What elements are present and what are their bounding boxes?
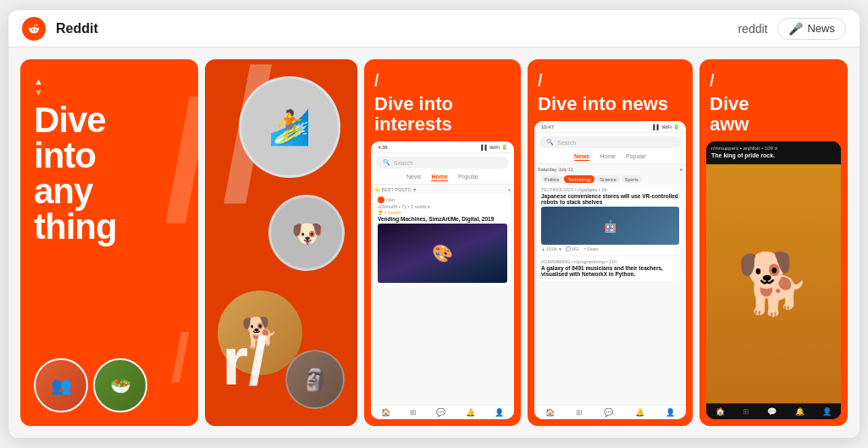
aww-username: r/mrsuppers • anjhfotr • 109 d — [711, 146, 836, 151]
post-awards: 🏆 4 Awards — [378, 210, 507, 215]
news-search-bar[interactable]: 🔍 Search — [539, 136, 681, 148]
post-image: 🎨 — [378, 224, 507, 283]
news-search-icon: 🔍 — [546, 139, 554, 146]
news-home-nav-icon[interactable]: 🏠 — [545, 408, 555, 417]
app-title: Reddit — [56, 21, 98, 36]
interests-status-bar: 4:38 ▌▌ WiFi 🔋 — [371, 141, 514, 153]
science-tag[interactable]: Science — [596, 175, 620, 183]
interests-search-icon: 🔍 — [383, 159, 390, 166]
chat-nav-icon[interactable]: 💬 — [436, 408, 445, 417]
article1-image: 🤖 — [541, 207, 679, 245]
post-author-meta: u/Simu88 • 7y • 1 reddit.it — [378, 204, 507, 209]
article1-title: Japanese convenience stores will use VR-… — [541, 193, 679, 205]
article1-stats: ▲ 19.0k ▼ 💬 662 ↗ Share — [541, 246, 679, 252]
interests-tab-popular[interactable]: Popular — [458, 174, 478, 181]
aww-phone-mockup: r/mrsuppers • anjhfotr • 109 d The king … — [706, 141, 841, 419]
politics-tag[interactable]: Politics — [541, 175, 562, 183]
news-date: Saturday, July 11≡ — [538, 167, 683, 172]
news-article-2: r/GRAMMING • r/programming • 11h A galax… — [538, 257, 683, 281]
reddit-text: reddit — [738, 22, 767, 36]
news-signal-icons: ▌▌ WiFi 🔋 — [653, 124, 679, 130]
interests-header: / Dive into interests — [364, 59, 521, 141]
card-news: / Dive into news 10:47 ▌▌ WiFi 🔋 🔍 Searc… — [528, 59, 693, 426]
news-phone-mockup: 10:47 ▌▌ WiFi 🔋 🔍 Search News Home Popul… — [534, 121, 686, 419]
aww-post-title: The king of pride rock. — [711, 152, 836, 158]
news-header: / Dive into news — [528, 59, 693, 121]
food-circle-image: 🥗 — [93, 358, 147, 412]
article2-meta: r/GRAMMING • r/programming • 11h — [541, 259, 679, 264]
article1-meta: TECHNOLOGY • r/gadgets • 2d — [541, 187, 679, 192]
aww-bottom-nav: 🏠 ⊞ 💬 🔔 👤 — [706, 403, 841, 419]
sports-tag[interactable]: Sports — [622, 175, 642, 183]
news-title: Dive into news — [538, 94, 683, 114]
article1-comments: 💬 662 — [566, 246, 579, 252]
bell-nav-icon[interactable]: 🔔 — [466, 408, 475, 417]
news-article-1: TECHNOLOGY • r/gadgets • 2d Japanese con… — [538, 185, 683, 254]
arrow-up-icon: ▲ — [34, 76, 43, 86]
news-tabs: News Home Popular — [534, 152, 686, 164]
interests-bottom-nav: 🏠 ⊞ 💬 🔔 👤 — [371, 405, 514, 419]
person-circle-image: 🏄 — [239, 76, 340, 178]
article1-votes: ▲ 19.0k ▼ — [541, 246, 562, 252]
post-title: Vending Machines, SimzArt/Me, Digital, 2… — [378, 216, 507, 222]
interests-search-text: Search — [394, 160, 412, 166]
r-slash-text: r/ — [222, 323, 267, 401]
aww-bell-icon[interactable]: 🔔 — [795, 407, 804, 416]
card-slash-r: / 🏄 🐶 🐕 r/ 🗿 — [205, 59, 357, 426]
news-slash-icon: / — [538, 71, 683, 91]
news-badge-label: News — [807, 22, 835, 35]
interests-content: ⭐ BEST POSTS ▼ ≡ r/Art u/Simu88 • 7y • 1… — [371, 185, 514, 405]
browser-window: Reddit reddit 🎤 News ▲ ▼ Diveintoanythin… — [8, 10, 860, 438]
interests-tabs: News Home Popular — [371, 172, 514, 185]
card-interests: / Dive into interests 4:38 ▌▌ WiFi 🔋 🔍 S… — [364, 59, 521, 426]
aww-header: / Diveaww — [699, 59, 848, 141]
home-nav-icon[interactable]: 🏠 — [381, 408, 390, 417]
news-tags-container: Politics Technology Science Sports — [538, 174, 683, 185]
interests-time: 4:38 — [378, 145, 388, 150]
profile-nav-icon[interactable]: 👤 — [495, 408, 504, 417]
aww-profile-icon[interactable]: 👤 — [822, 407, 832, 416]
news-tab-popular[interactable]: Popular — [626, 153, 646, 161]
best-posts-label: ⭐ BEST POSTS ▼ ≡ — [374, 187, 511, 192]
news-time: 10:47 — [541, 124, 554, 130]
dog-face-circle-image: 🐶 — [268, 195, 345, 271]
aww-top-bar: r/mrsuppers • anjhfotr • 109 d The king … — [706, 141, 841, 164]
interests-title: Dive into interests — [374, 94, 511, 135]
news-grid-nav-icon[interactable]: ⊞ — [576, 408, 583, 417]
aww-grid-icon[interactable]: ⊞ — [743, 407, 749, 416]
technology-tag[interactable]: Technology — [564, 175, 594, 183]
news-chat-nav-icon[interactable]: 💬 — [604, 408, 613, 417]
arrow-down-icon: ▼ — [34, 87, 43, 97]
aww-chat-icon[interactable]: 💬 — [767, 407, 777, 416]
news-status-bar: 10:47 ▌▌ WiFi 🔋 — [534, 121, 686, 133]
mic-icon: 🎤 — [788, 22, 803, 36]
post-subreddit: r/Art — [386, 197, 395, 202]
news-tab-home[interactable]: Home — [600, 153, 616, 161]
news-bell-nav-icon[interactable]: 🔔 — [635, 408, 644, 417]
interests-search-bar[interactable]: 🔍 Search — [376, 157, 509, 169]
interests-tab-news[interactable]: News — [406, 174, 422, 181]
interests-slash-icon: / — [374, 71, 511, 91]
card-dive-anything: ▲ ▼ Diveintoanything / / 👥 🥗 — [20, 59, 198, 426]
interests-signal-icons: ▌▌ WiFi 🔋 — [481, 144, 507, 150]
grid-nav-icon[interactable]: ⊞ — [410, 408, 417, 417]
aww-slash-icon: / — [710, 71, 838, 91]
people-circle-image: 👥 — [34, 358, 88, 412]
aww-title: Diveaww — [710, 94, 838, 135]
interests-tab-home[interactable]: Home — [431, 174, 447, 181]
aww-dog-image: 🐕 — [706, 164, 841, 403]
news-badge[interactable]: 🎤 News — [777, 18, 846, 40]
news-content: Saturday, July 11≡ Politics Technology S… — [534, 164, 686, 405]
article2-title: A galaxy of 6491 musicians and their tea… — [541, 265, 679, 277]
card-aww: / Diveaww r/mrsuppers • anjhfotr • 109 d… — [699, 59, 848, 426]
toolbar: Reddit reddit 🎤 News — [8, 10, 860, 47]
news-search-text: Search — [557, 140, 576, 146]
content-area: ▲ ▼ Diveintoanything / / 👥 🥗 / 🏄 🐶 🐕 r/ … — [8, 47, 860, 438]
aww-home-icon[interactable]: 🏠 — [716, 407, 725, 416]
news-profile-nav-icon[interactable]: 👤 — [666, 408, 675, 417]
news-tab-news[interactable]: News — [574, 153, 589, 161]
article1-share: ↗ Share — [583, 246, 599, 252]
news-bottom-nav: 🏠 ⊞ 💬 🔔 👤 — [534, 405, 686, 419]
interests-phone-mockup: 4:38 ▌▌ WiFi 🔋 🔍 Search News Home Popula… — [371, 141, 514, 419]
statue-circle-image: 🗿 — [285, 350, 345, 409]
